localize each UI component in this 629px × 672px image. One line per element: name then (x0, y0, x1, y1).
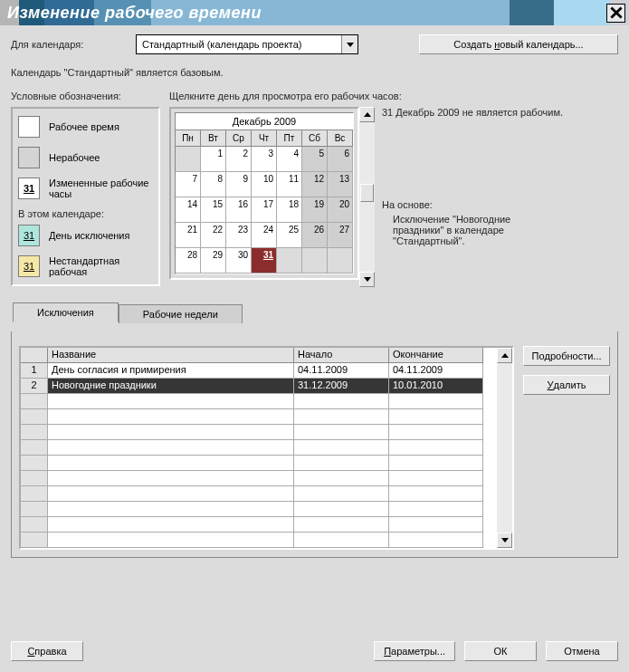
selected-day-info: 31 Декабрь 2009 не является рабочим. (382, 107, 618, 118)
calendar-month: Декабрь 2009 (176, 113, 353, 130)
calendar-cell[interactable]: 12 (302, 172, 328, 197)
calendar-cell[interactable]: 16 (226, 197, 252, 223)
table-row[interactable] (21, 471, 497, 486)
calendar-day-header: Пт (277, 130, 302, 147)
grid-scroll-down-icon[interactable] (497, 533, 512, 548)
click-day-prompt: Щелкните день для просмотра его рабочих … (169, 91, 618, 101)
legend-subtitle: В этом календаре: (18, 208, 153, 219)
calendar-cell[interactable]: 15 (201, 197, 226, 223)
legend-label-exception: День исключения (49, 230, 129, 241)
legend-label-working: Рабочее время (49, 121, 119, 132)
calendar-cell[interactable]: 18 (277, 197, 302, 223)
table-row[interactable]: 2Новогодние праздники31.12.200910.01.201… (21, 379, 497, 394)
details-button[interactable]: Подробности... (523, 346, 610, 366)
exceptions-grid[interactable]: НазваниеНачалоОкончание1День согласия и … (19, 346, 514, 550)
calendar-cell (176, 147, 201, 172)
calendar-cell[interactable]: 20 (328, 197, 353, 223)
grid-header: НазваниеНачалоОкончание (21, 348, 497, 363)
calendar-cell[interactable]: 1 (201, 147, 226, 172)
calendar-day-header: Сб (302, 130, 328, 147)
based-on-text: Исключение "Новогодние праздники" в кале… (382, 210, 563, 246)
legend-swatch-exception: 31 (18, 225, 40, 246)
scroll-down-icon[interactable] (359, 272, 375, 287)
calendar-cell[interactable]: 9 (226, 172, 252, 197)
legend-box: Рабочее время Нерабочее 31 Измененные ра… (11, 107, 160, 286)
calendar-cell[interactable]: 7 (176, 172, 201, 197)
close-icon (610, 6, 623, 19)
calendar-cell[interactable]: 19 (302, 197, 328, 223)
calendar-cell[interactable]: 28 (176, 248, 201, 274)
table-row[interactable]: 1День согласия и примирения04.11.200904.… (21, 363, 497, 379)
calendar-day-header: Вт (201, 130, 226, 147)
legend-swatch-working (18, 116, 40, 138)
calendar-scrollbar[interactable] (359, 107, 375, 287)
legend-swatch-modified: 31 (18, 178, 40, 199)
calendar-day-header: Ср (226, 130, 252, 147)
calendar-cell[interactable]: 11 (277, 172, 302, 197)
calendar-cell[interactable]: 21 (176, 223, 201, 248)
calendar-select[interactable]: Стандартный (календарь проекта) (136, 34, 358, 54)
calendar-cell[interactable]: 22 (201, 223, 226, 248)
legend-label-nonworking: Нерабочее (49, 152, 100, 163)
table-row[interactable] (21, 517, 497, 533)
scroll-up-icon[interactable] (359, 107, 375, 122)
calendar-day-header: Чт (252, 130, 277, 147)
calendar-cell[interactable]: 10 (252, 172, 277, 197)
calendar-cell (277, 248, 302, 274)
calendar-day-header: Вс (328, 130, 353, 147)
calendar-cell[interactable]: 29 (201, 248, 226, 274)
calendar-cell[interactable]: 2 (226, 147, 252, 172)
calendar-cell[interactable]: 8 (201, 172, 226, 197)
legend-label-nonstandard: Нестандартная рабочая (49, 255, 153, 277)
calendar-cell[interactable]: 31 (252, 248, 277, 274)
legend-label-modified: Измененные рабочие часы (49, 178, 153, 199)
close-button[interactable] (606, 4, 625, 23)
window-title: Изменение рабочего времени (7, 4, 262, 23)
calendar-cell[interactable]: 17 (252, 197, 277, 223)
tab-exceptions[interactable]: Исключения (13, 302, 119, 322)
calendar-day-header: Пн (176, 130, 201, 147)
table-row[interactable] (21, 409, 497, 425)
calendar-cell[interactable]: 14 (176, 197, 201, 223)
calendar[interactable]: Декабрь 2009 ПнВтСрЧтПтСбВс1234567891011… (175, 112, 354, 274)
dropdown-icon (341, 35, 357, 53)
table-row[interactable] (21, 440, 497, 456)
calendar-select-value: Стандартный (календарь проекта) (142, 39, 302, 50)
calendar-cell[interactable]: 5 (302, 147, 328, 172)
calendar-cell[interactable]: 26 (302, 223, 328, 248)
legend-swatch-nonstandard: 31 (18, 255, 40, 277)
calendar-cell[interactable]: 30 (226, 248, 252, 274)
calendar-cell[interactable]: 13 (328, 172, 353, 197)
calendar-cell[interactable]: 4 (277, 147, 302, 172)
cancel-button[interactable]: Отмена (546, 641, 618, 661)
create-calendar-button[interactable]: Создать новый календарь... (419, 34, 618, 54)
calendar-cell (328, 248, 353, 274)
base-calendar-text: Календарь "Стандартный" является базовым… (11, 67, 618, 78)
table-row[interactable] (21, 486, 497, 502)
calendar-cell (302, 248, 328, 274)
legend-swatch-nonworking (18, 147, 40, 168)
based-on-label: На основе: (382, 199, 618, 210)
grid-scroll-up-icon[interactable] (497, 348, 512, 363)
legend-title: Условные обозначения: (11, 91, 160, 101)
calendar-cell[interactable]: 27 (328, 223, 353, 248)
for-calendar-label: Для календаря: (11, 39, 129, 50)
options-button[interactable]: Параметры... (374, 641, 455, 661)
calendar-cell[interactable]: 25 (277, 223, 302, 248)
delete-button[interactable]: Удалить (523, 375, 610, 395)
ok-button[interactable]: ОК (464, 641, 537, 661)
titlebar: Изменение рабочего времени (0, 0, 629, 25)
help-button[interactable]: Справка (11, 641, 83, 661)
calendar-cell[interactable]: 6 (328, 147, 353, 172)
table-row[interactable] (21, 456, 497, 471)
calendar-cell[interactable]: 24 (252, 223, 277, 248)
calendar-cell[interactable]: 23 (226, 223, 252, 248)
table-row[interactable] (21, 394, 497, 409)
table-row[interactable] (21, 502, 497, 517)
tab-workweeks[interactable]: Рабочие недели (119, 304, 243, 323)
calendar-cell[interactable]: 3 (252, 147, 277, 172)
table-row[interactable] (21, 425, 497, 440)
table-row[interactable] (21, 533, 497, 548)
